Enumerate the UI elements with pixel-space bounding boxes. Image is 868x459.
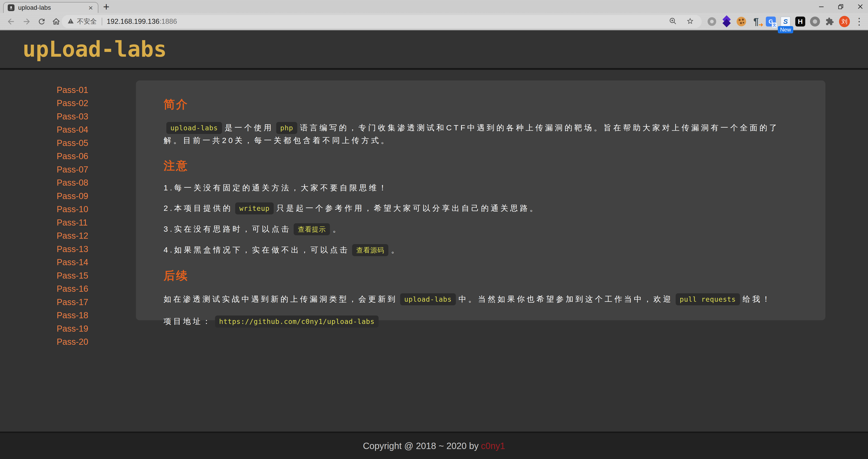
- main-area: Pass-01 Pass-02 Pass-03 Pass-04 Pass-05 …: [0, 70, 868, 432]
- code-view-source: 查看源码: [352, 244, 389, 256]
- cookie-extension-icon[interactable]: [736, 16, 747, 27]
- sidebar-item-pass-02[interactable]: Pass-02: [57, 97, 88, 110]
- s-extension-icon[interactable]: S New: [780, 16, 791, 27]
- upload-labs-logo: upLoad-labs: [23, 36, 167, 62]
- pass-nav: Pass-01 Pass-02 Pass-03 Pass-04 Pass-05 …: [57, 84, 88, 348]
- sidebar-item-pass-19[interactable]: Pass-19: [57, 322, 88, 335]
- sidebar-item-pass-07[interactable]: Pass-07: [57, 163, 88, 176]
- forward-button[interactable]: [22, 17, 32, 27]
- sidebar-item-pass-11[interactable]: Pass-11: [57, 216, 88, 230]
- tab-title: upload-labs: [18, 4, 88, 11]
- sidebar-item-pass-05[interactable]: Pass-05: [57, 136, 88, 150]
- code-php: php: [276, 122, 297, 134]
- reload-button[interactable]: [37, 17, 47, 27]
- pilcrow-arrow: ➜: [758, 21, 763, 28]
- sidebar-item-pass-09[interactable]: Pass-09: [57, 189, 88, 203]
- code-writeup: writeup: [235, 203, 274, 214]
- notice-item-2: 2.本项目提供的writeup只是起一个参考作用，希望大家可以分享出自己的通关思…: [163, 202, 798, 215]
- sidebar-item-pass-08[interactable]: Pass-08: [57, 176, 88, 190]
- site-footer: Copyright @ 2018 ~ 2020 by c0ny1: [0, 432, 868, 459]
- sidebar-item-pass-10[interactable]: Pass-10: [57, 203, 88, 216]
- security-label: 不安全: [77, 17, 97, 26]
- site-header: upLoad-labs: [0, 30, 868, 68]
- profile-avatar[interactable]: 刘: [839, 16, 850, 27]
- browser-tab-upload-labs[interactable]: upload-labs ×: [3, 2, 98, 13]
- intro-heading: 简介: [163, 97, 798, 112]
- h-extension-icon[interactable]: H: [795, 16, 806, 27]
- gear-extension-icon[interactable]: [810, 16, 820, 27]
- sidebar-item-pass-06[interactable]: Pass-06: [57, 150, 88, 163]
- new-tab-button[interactable]: +: [103, 0, 110, 13]
- zoom-icon[interactable]: [669, 17, 677, 26]
- project-address-label: 项目地址：: [163, 317, 212, 326]
- url-separator: [102, 18, 102, 25]
- back-button[interactable]: [6, 17, 16, 27]
- notice-item-3: 3.实在没有思路时，可以点击查看提示。: [163, 223, 798, 236]
- header-divider: [0, 68, 868, 70]
- home-button[interactable]: [51, 17, 61, 27]
- notice-item-4: 4.如果黑盒情况下，实在做不出，可以点击查看源码。: [163, 244, 798, 256]
- notice-heading: 注意: [163, 158, 798, 174]
- code-pull-requests: pull requests: [676, 293, 740, 305]
- sidebar-item-pass-01[interactable]: Pass-01: [57, 84, 88, 97]
- pilcrow-extension-icon[interactable]: ¶➜: [751, 16, 762, 27]
- sidebar-item-pass-04[interactable]: Pass-04: [57, 123, 88, 137]
- followup-heading: 后续: [163, 268, 798, 283]
- sidebar-item-pass-20[interactable]: Pass-20: [57, 335, 88, 349]
- intro-paragraph: upload-labs是一个使用php语言编写的，专门收集渗透测试和CTF中遇到…: [163, 122, 798, 146]
- extensions-puzzle-icon[interactable]: [824, 16, 835, 27]
- translate-extension-icon[interactable]: G 文: [765, 16, 776, 27]
- code-view-hint: 查看提示: [293, 223, 330, 235]
- window-restore-button[interactable]: [838, 3, 844, 10]
- url-host: 192.168.199.136: [107, 18, 159, 26]
- browser-menu-icon[interactable]: ⋮: [854, 16, 865, 27]
- code-upload-labs-2: upload-labs: [400, 293, 456, 305]
- author-link[interactable]: c0ny1: [481, 441, 505, 451]
- address-bar[interactable]: 不安全 192.168.199.136 :1886: [62, 15, 702, 28]
- ring-extension-icon[interactable]: [707, 16, 717, 27]
- window-close-button[interactable]: [857, 3, 864, 10]
- sidebar-item-pass-15[interactable]: Pass-15: [57, 269, 88, 282]
- bookmark-star-icon[interactable]: [686, 17, 694, 26]
- sidebar-item-pass-18[interactable]: Pass-18: [57, 309, 88, 322]
- sidebar-item-pass-03[interactable]: Pass-03: [57, 110, 88, 123]
- tab-close-icon[interactable]: ×: [88, 4, 94, 11]
- diamond-extension-icon[interactable]: [721, 16, 732, 27]
- notice-item-1: 1.每一关没有固定的通关方法，大家不要自限思维！: [163, 182, 798, 194]
- new-badge: New: [778, 26, 793, 33]
- copyright-text: Copyright @ 2018 ~ 2020 by: [363, 441, 479, 451]
- content-panel: 简介 upload-labs是一个使用php语言编写的，专门收集渗透测试和CTF…: [136, 81, 826, 320]
- url-port: :1886: [159, 18, 177, 26]
- sidebar-item-pass-13[interactable]: Pass-13: [57, 243, 88, 256]
- code-upload-labs: upload-labs: [166, 122, 222, 134]
- browser-toolbar: 不安全 192.168.199.136 :1886 ¶➜ G 文 S New H: [0, 13, 868, 30]
- browser-titlebar: upload-labs × +: [0, 0, 868, 13]
- upload-labs-favicon-icon: [8, 4, 14, 11]
- sidebar-item-pass-16[interactable]: Pass-16: [57, 282, 88, 296]
- translate-wen-glyph: 文: [772, 23, 777, 28]
- sidebar-item-pass-12[interactable]: Pass-12: [57, 230, 88, 243]
- project-address-row: 项目地址：https://github.com/c0ny1/upload-lab…: [163, 315, 798, 328]
- not-secure-warning-icon: [67, 18, 74, 25]
- followup-paragraph: 如在渗透测试实战中遇到新的上传漏洞类型，会更新到upload-labs中。当然如…: [163, 293, 798, 306]
- window-minimize-button[interactable]: [818, 3, 825, 10]
- sidebar-item-pass-17[interactable]: Pass-17: [57, 296, 88, 309]
- github-repo-link[interactable]: https://github.com/c0ny1/upload-labs: [215, 315, 379, 328]
- sidebar-item-pass-14[interactable]: Pass-14: [57, 256, 88, 269]
